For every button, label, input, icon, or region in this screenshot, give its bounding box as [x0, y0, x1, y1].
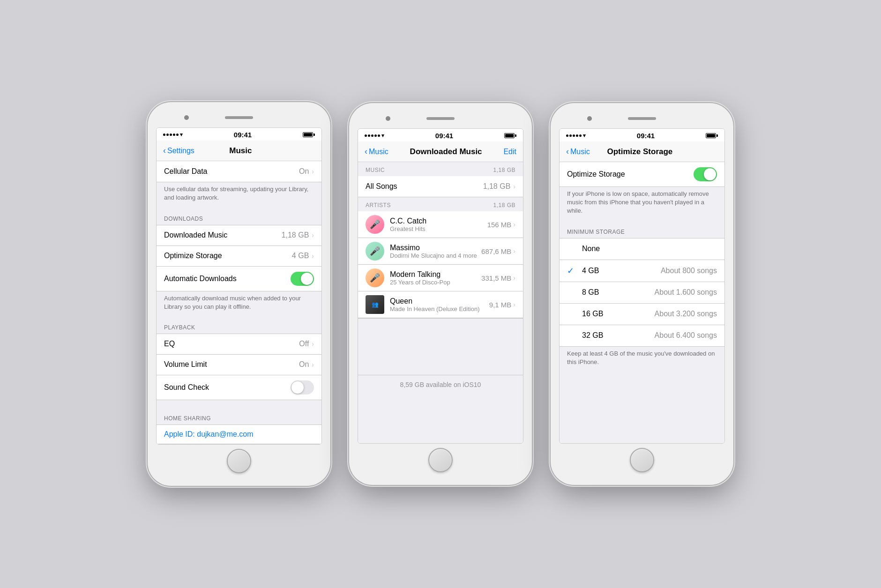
optimize-toggle-group: Optimize Storage [560, 162, 724, 187]
storage-8gb[interactable]: 8 GB About 1.600 songs [560, 282, 724, 304]
artist-info-modern: Modern Talking 25 Years of Disco-Pop [390, 270, 481, 286]
check-8gb [567, 288, 576, 298]
storage-16gb-desc: About 3.200 songs [655, 310, 717, 318]
empty-space [358, 319, 523, 375]
downloaded-music-label: Downloaded Music [164, 231, 227, 239]
volume-chevron: › [312, 361, 314, 368]
all-songs-item[interactable]: All Songs 1,18 GB › [358, 176, 523, 197]
storage-options-group: None ✓ 4 GB About 800 songs 8 GB About 1… [560, 238, 724, 347]
home-button-3[interactable] [630, 448, 654, 472]
cellular-data-item[interactable]: Cellular Data On › [157, 161, 321, 182]
playback-group: EQ Off › Volume Limit On › Sound Check [157, 334, 321, 400]
status-left-2: ▾ [365, 133, 384, 139]
camera-2 [386, 116, 390, 121]
playback-header: PLAYBACK [157, 317, 321, 334]
auto-downloads-item[interactable]: Automatic Downloads [157, 267, 321, 291]
cellular-group: Cellular Data On › [157, 161, 321, 182]
back-label-1: Settings [167, 147, 194, 155]
volume-limit-right: On › [299, 360, 314, 369]
cellular-value: On [299, 167, 309, 176]
artist-item-modern[interactable]: 🎤 Modern Talking 25 Years of Disco-Pop 3… [358, 265, 523, 291]
massimo-chevron: › [513, 247, 515, 255]
check-4gb: ✓ [567, 266, 576, 276]
cellular-footer: Use cellular data for streaming, updatin… [157, 182, 321, 208]
artist-item-massimo[interactable]: 🎤 Massimo Dodirni Me Slucajno and 4 more… [358, 238, 523, 265]
camera-3 [587, 116, 592, 121]
back-arrow-2: ‹ [365, 147, 367, 156]
sound-toggle-knob [291, 381, 304, 394]
music-header-size: 1,18 GB [493, 167, 515, 173]
speaker-3 [628, 117, 656, 120]
back-button-2[interactable]: ‹ Music [365, 147, 388, 156]
screen-2: ▾ 09:41 ‹ Music Downloaded Music Edit M [358, 128, 523, 444]
nav-bar-3: ‹ Music Optimize Storage [560, 141, 724, 162]
home-sharing-item[interactable]: Apple ID: dujkan@me.com [157, 424, 321, 444]
cellular-label: Cellular Data [164, 167, 207, 176]
home-button-1[interactable] [227, 449, 251, 473]
optimize-toggle-label: Optimize Storage [567, 170, 625, 179]
volume-limit-item[interactable]: Volume Limit On › [157, 355, 321, 375]
camera-1 [184, 115, 189, 120]
auto-footer: Automatically download music when added … [157, 291, 321, 317]
phone-2: ▾ 09:41 ‹ Music Downloaded Music Edit M [349, 103, 532, 485]
sound-check-item[interactable]: Sound Check [157, 375, 321, 400]
optimize-toggle[interactable] [694, 167, 717, 181]
toggle-knob [301, 273, 313, 285]
music-section-header: MUSIC 1,18 GB [358, 162, 523, 176]
signal-dots-1 [163, 134, 179, 136]
storage-16gb[interactable]: 16 GB About 3.200 songs [560, 304, 724, 325]
queen-size-value: 9,1 MB [489, 301, 512, 309]
edit-button[interactable]: Edit [503, 148, 516, 156]
back-button-3[interactable]: ‹ Music [566, 147, 590, 156]
all-songs-label: All Songs [366, 182, 397, 191]
nav-bar-1: ‹ Settings Music [157, 141, 321, 161]
volume-limit-label: Volume Limit [164, 360, 207, 369]
eq-item[interactable]: EQ Off › [157, 334, 321, 355]
phone-top-3 [559, 112, 725, 126]
all-songs-size: 1,18 GB [483, 182, 511, 191]
wifi-icon-1: ▾ [180, 132, 183, 138]
massimo-size-value: 687,6 MB [481, 247, 511, 255]
sound-check-toggle[interactable] [291, 380, 314, 394]
battery-icon-3 [706, 133, 718, 138]
status-time-2: 09:41 [435, 132, 453, 140]
home-sharing-header: HOME SHARING [157, 408, 321, 424]
apple-id-link[interactable]: Apple ID: dujkan@me.com [164, 430, 254, 438]
storage-32gb[interactable]: 32 GB About 6.400 songs [560, 325, 724, 346]
storage-none[interactable]: None [560, 238, 724, 260]
artist-size-queen: 9,1 MB › [489, 301, 515, 309]
optimize-chevron: › [312, 252, 314, 260]
avatar-massimo: 🎤 [366, 242, 384, 261]
sound-check-label: Sound Check [164, 383, 209, 392]
artist-item-queen[interactable]: 👥 Queen Made In Heaven (Deluxe Edition) … [358, 291, 523, 318]
status-time-1: 09:41 [234, 131, 252, 139]
battery-icon-2 [504, 133, 516, 138]
status-right-3 [706, 133, 718, 138]
optimize-storage-item[interactable]: Optimize Storage 4 GB › [157, 246, 321, 267]
back-arrow-1: ‹ [163, 146, 166, 156]
home-button-2[interactable] [428, 448, 453, 472]
cc-chevron: › [513, 221, 515, 228]
artists-group: 🎤 C.C. Catch Greatest Hits 156 MB › 🎤 Ma… [358, 211, 523, 319]
battery-icon-1 [303, 132, 315, 137]
downloaded-chevron: › [312, 231, 314, 239]
eq-right: Off › [299, 340, 314, 348]
downloaded-music-item[interactable]: Downloaded Music 1,18 GB › [157, 225, 321, 246]
storage-4gb[interactable]: ✓ 4 GB About 800 songs [560, 260, 724, 282]
signal-dots-3 [566, 134, 582, 137]
artist-sub-cc: Greatest Hits [390, 225, 487, 232]
storage-8gb-desc: About 1.600 songs [655, 288, 717, 297]
eq-value: Off [299, 340, 309, 348]
avatar-cc: 🎤 [366, 215, 384, 234]
optimize-storage-label: Optimize Storage [164, 252, 222, 260]
eq-label: EQ [164, 340, 175, 348]
artist-sub-modern: 25 Years of Disco-Pop [390, 279, 481, 286]
optimize-toggle-item[interactable]: Optimize Storage [560, 162, 724, 186]
artist-item-cc[interactable]: 🎤 C.C. Catch Greatest Hits 156 MB › [358, 211, 523, 238]
status-bar-2: ▾ 09:41 [358, 129, 523, 141]
back-label-2: Music [369, 148, 388, 156]
optimize-storage-value: 4 GB [292, 252, 309, 260]
auto-downloads-toggle[interactable] [291, 272, 314, 286]
nav-title-3: Optimize Storage [607, 147, 672, 156]
back-button-1[interactable]: ‹ Settings [163, 146, 194, 156]
